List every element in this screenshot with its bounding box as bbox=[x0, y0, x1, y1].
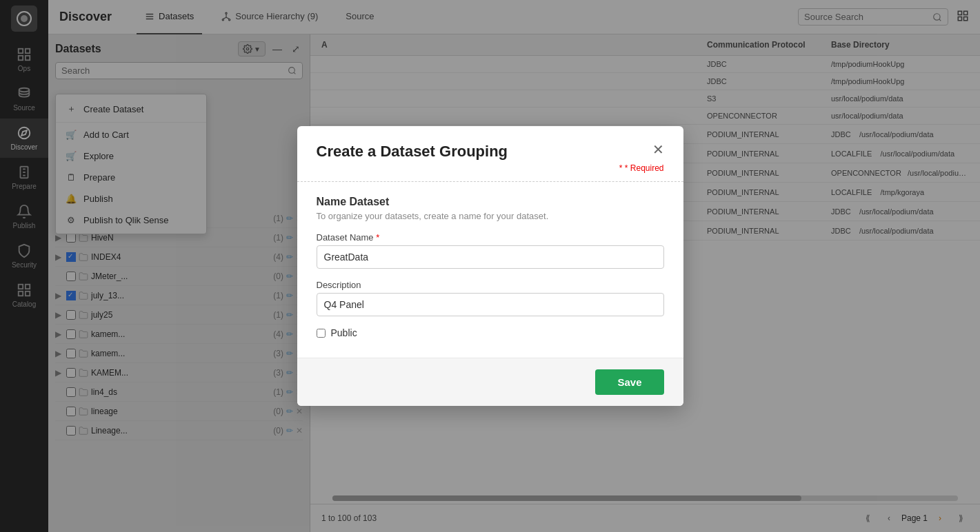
public-checkbox-row: Public bbox=[317, 327, 664, 338]
modal-header: Create a Dataset Grouping ✕ bbox=[297, 126, 683, 161]
modal-overlay: Create a Dataset Grouping ✕ * * Required… bbox=[0, 0, 980, 532]
save-button[interactable]: Save bbox=[595, 369, 663, 395]
modal-footer: Save bbox=[297, 358, 683, 406]
modal-dialog: Create a Dataset Grouping ✕ * * Required… bbox=[297, 126, 683, 406]
modal-section-desc: To organize your datasets, create a name… bbox=[317, 211, 664, 221]
modal-section-title: Name Dataset bbox=[317, 196, 664, 208]
modal-body: Name Dataset To organize your datasets, … bbox=[297, 182, 683, 358]
public-label: Public bbox=[331, 327, 357, 338]
dataset-name-label: Dataset Name * bbox=[317, 232, 664, 243]
description-input[interactable] bbox=[317, 293, 664, 316]
description-label: Description bbox=[317, 280, 664, 290]
modal-title: Create a Dataset Grouping bbox=[317, 143, 508, 161]
modal-close-button[interactable]: ✕ bbox=[652, 143, 664, 156]
required-star: * bbox=[376, 232, 379, 243]
dataset-name-input[interactable] bbox=[317, 245, 664, 269]
modal-required-text: * * Required bbox=[297, 161, 683, 173]
public-checkbox[interactable] bbox=[317, 329, 326, 338]
